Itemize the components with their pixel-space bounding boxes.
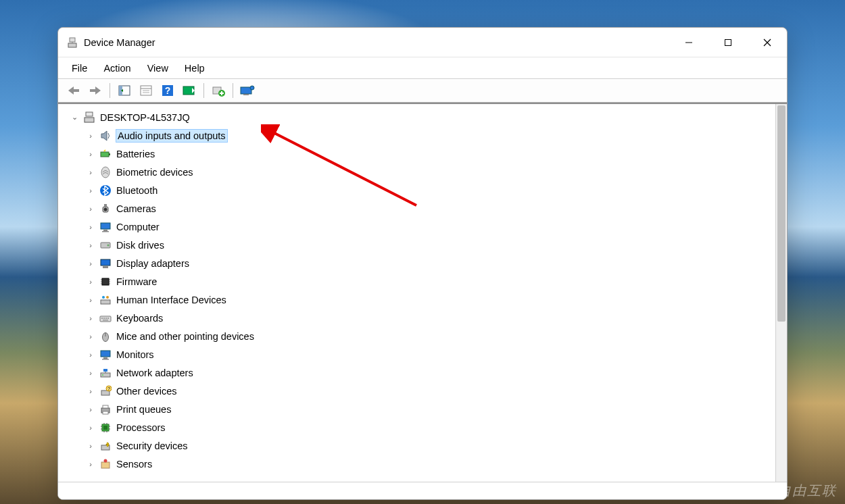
tree-node-label: Monitors <box>116 349 154 360</box>
tree-node-label: Network adapters <box>116 368 193 378</box>
svg-rect-55 <box>107 318 109 319</box>
tree-node-label: Human Interface Devices <box>116 295 226 305</box>
scan-hardware-button[interactable] <box>179 81 199 100</box>
chevron-right-icon[interactable]: › <box>85 440 96 451</box>
display-adapter-icon <box>99 257 112 270</box>
minimize-button[interactable] <box>669 28 708 57</box>
chevron-right-icon[interactable]: › <box>85 331 96 342</box>
tree-node[interactable]: ›Human Interface Devices <box>59 291 774 309</box>
back-button[interactable] <box>64 81 84 100</box>
chevron-right-icon[interactable]: › <box>85 149 96 159</box>
forward-button[interactable] <box>85 81 105 100</box>
titlebar: Device Manager <box>58 28 787 57</box>
tree-node[interactable]: ›Biometric devices <box>59 163 774 181</box>
svg-rect-70 <box>103 405 108 408</box>
tree-node[interactable]: ›Bluetooth <box>59 181 774 199</box>
chevron-right-icon[interactable]: › <box>85 295 96 305</box>
battery-icon <box>99 147 112 161</box>
chevron-right-icon[interactable]: › <box>85 349 96 360</box>
tree-node[interactable]: ›Display adapters <box>59 254 774 272</box>
watermark-text: 自由互联 <box>777 482 837 500</box>
chevron-right-icon[interactable]: › <box>85 203 96 214</box>
chevron-right-icon[interactable]: › <box>85 459 96 470</box>
tree-node[interactable]: ›?Other devices <box>59 382 774 400</box>
chevron-right-icon[interactable]: › <box>85 258 96 269</box>
svg-rect-1 <box>68 43 76 47</box>
svg-rect-39 <box>101 259 110 266</box>
svg-point-65 <box>102 374 103 376</box>
help-button[interactable]: ? <box>158 81 178 100</box>
chevron-right-icon[interactable]: › <box>85 167 96 178</box>
vertical-scrollbar[interactable] <box>775 104 787 482</box>
tree-root-node[interactable]: ⌄DESKTOP-4L537JQ <box>59 108 774 126</box>
chevron-right-icon[interactable]: › <box>85 185 96 196</box>
chevron-down-icon[interactable]: ⌄ <box>69 112 80 123</box>
svg-point-49 <box>102 296 105 299</box>
menu-view[interactable]: View <box>141 60 175 76</box>
tree-node-label: Processors <box>116 422 166 433</box>
camera-icon <box>99 202 112 216</box>
tree-node[interactable]: ›Print queues <box>59 400 774 418</box>
svg-rect-23 <box>243 94 249 95</box>
fingerprint-icon <box>99 166 112 179</box>
chevron-right-icon[interactable]: › <box>85 240 96 251</box>
chevron-right-icon[interactable]: › <box>85 130 96 141</box>
close-button[interactable] <box>748 28 787 57</box>
chip-icon <box>99 275 112 288</box>
chevron-right-icon[interactable]: › <box>85 313 96 324</box>
keyboard-icon <box>99 311 112 325</box>
tree-node-label: Sensors <box>116 459 152 470</box>
tree-node[interactable]: ›Audio inputs and outputs <box>59 126 774 145</box>
show-hide-console-button[interactable] <box>114 81 135 100</box>
device-tree[interactable]: ⌄DESKTOP-4L537JQ›Audio inputs and output… <box>58 104 775 482</box>
tree-node[interactable]: ›Security devices <box>59 436 774 455</box>
network-icon <box>99 366 112 380</box>
svg-rect-28 <box>109 153 110 155</box>
svg-rect-60 <box>103 357 107 359</box>
tree-node[interactable]: ›Batteries <box>59 145 774 163</box>
tree-node-label: Cameras <box>116 203 156 214</box>
menu-help[interactable]: Help <box>178 60 212 76</box>
tree-node[interactable]: ›Cameras <box>59 199 774 218</box>
tree-node[interactable]: ›Computer <box>59 218 774 236</box>
window-title: Device Manager <box>84 37 155 48</box>
svg-rect-35 <box>103 230 107 231</box>
svg-point-24 <box>250 86 254 90</box>
menu-file[interactable]: File <box>65 60 94 76</box>
tree-node[interactable]: ›Processors <box>59 418 774 436</box>
app-icon <box>66 36 78 49</box>
tree-node[interactable]: ›Monitors <box>59 345 774 363</box>
tree-node[interactable]: ›Network adapters <box>59 363 774 382</box>
chevron-right-icon[interactable]: › <box>85 404 96 415</box>
hid-icon <box>99 293 112 307</box>
scroll-thumb[interactable] <box>777 105 786 322</box>
svg-rect-63 <box>103 369 107 372</box>
toolbar-separator <box>110 83 110 98</box>
chevron-right-icon[interactable]: › <box>85 222 96 232</box>
maximize-button[interactable] <box>708 28 748 57</box>
chevron-right-icon[interactable]: › <box>85 276 96 287</box>
tree-node[interactable]: ›Keyboards <box>59 309 774 327</box>
toolbar-separator <box>203 83 204 98</box>
svg-text:?: ? <box>107 386 110 391</box>
tree-node[interactable]: ›Sensors <box>59 455 774 473</box>
uninstall-device-button[interactable] <box>237 81 258 100</box>
svg-rect-53 <box>103 318 105 319</box>
tree-node-label: Mice and other pointing devices <box>116 331 254 342</box>
svg-rect-4 <box>725 39 731 45</box>
tree-node[interactable]: ›Disk drives <box>59 236 774 254</box>
tree-root-label: DESKTOP-4L537JQ <box>100 112 190 123</box>
menu-action[interactable]: Action <box>97 60 137 76</box>
svg-rect-8 <box>90 89 95 92</box>
chevron-right-icon[interactable]: › <box>85 386 96 397</box>
tree-node[interactable]: ›Mice and other pointing devices <box>59 327 774 345</box>
add-hardware-button[interactable] <box>208 81 228 100</box>
tree-node[interactable]: ›Firmware <box>59 272 774 291</box>
tree-node-label: Display adapters <box>116 258 189 269</box>
svg-rect-25 <box>86 112 93 116</box>
chevron-right-icon[interactable]: › <box>85 368 96 378</box>
chevron-right-icon[interactable]: › <box>85 422 96 433</box>
properties-button[interactable] <box>136 81 156 100</box>
svg-point-85 <box>104 459 107 462</box>
tree-node-label: Audio inputs and outputs <box>116 130 227 142</box>
